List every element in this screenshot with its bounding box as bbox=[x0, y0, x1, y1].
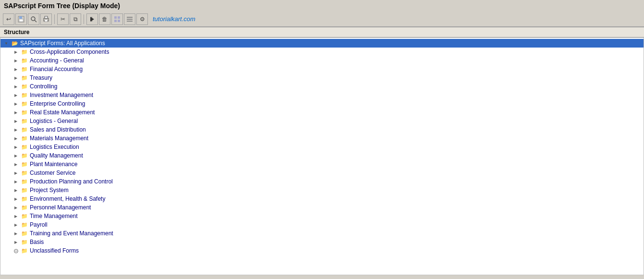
separator-1 bbox=[54, 14, 55, 24]
item-folder-icon bbox=[21, 221, 28, 229]
item-folder-icon bbox=[21, 143, 28, 151]
item-toggle[interactable] bbox=[12, 160, 20, 168]
item-folder-icon bbox=[21, 57, 28, 64]
item-folder-icon bbox=[21, 238, 28, 246]
item-toggle[interactable] bbox=[12, 126, 20, 133]
svg-point-3 bbox=[31, 17, 35, 21]
tree-item[interactable]: ⊝Unclassified Forms bbox=[0, 246, 644, 255]
item-label: Real Estate Management bbox=[30, 109, 95, 116]
svg-rect-2 bbox=[19, 19, 23, 22]
item-folder-icon bbox=[21, 126, 28, 133]
item-toggle[interactable] bbox=[12, 100, 20, 108]
item-label: Plant Maintenance bbox=[30, 161, 77, 168]
svg-rect-15 bbox=[127, 19, 133, 20]
tree-item[interactable]: Production Planning and Control bbox=[0, 177, 644, 186]
tree-item[interactable]: Investment Management bbox=[0, 91, 644, 99]
tree-item[interactable]: Time Management bbox=[0, 212, 644, 220]
item-label: Basis bbox=[30, 239, 44, 245]
tree-children: Cross-Application ComponentsAccounting -… bbox=[0, 48, 644, 255]
svg-rect-16 bbox=[127, 21, 133, 22]
item-label: Personnel Management bbox=[30, 204, 91, 211]
item-toggle[interactable] bbox=[12, 143, 20, 151]
item-label: Financial Accounting bbox=[30, 66, 83, 73]
tree-root-item[interactable]: SAPscript Forms: All Applications bbox=[0, 39, 644, 48]
copy-button[interactable]: ⧉ bbox=[70, 13, 81, 25]
item-toggle[interactable] bbox=[12, 134, 20, 142]
svg-marker-8 bbox=[90, 17, 94, 22]
print-button[interactable] bbox=[40, 13, 52, 25]
tree-item[interactable]: Basis bbox=[0, 238, 644, 246]
root-folder-icon bbox=[11, 39, 19, 47]
tree-item[interactable]: Real Estate Management bbox=[0, 108, 644, 117]
layout2-button[interactable] bbox=[124, 13, 135, 25]
item-label: Treasury bbox=[30, 74, 52, 81]
tree-area[interactable]: SAPscript Forms: All Applications Cross-… bbox=[0, 37, 644, 275]
item-toggle[interactable] bbox=[12, 48, 20, 56]
item-toggle[interactable] bbox=[12, 178, 20, 185]
item-toggle[interactable] bbox=[12, 169, 20, 177]
section-header: Structure bbox=[0, 27, 644, 37]
item-label: Logistics - General bbox=[30, 118, 78, 124]
tree-item[interactable]: Treasury bbox=[0, 73, 644, 82]
tree-item[interactable]: Environment, Health & Safety bbox=[0, 194, 644, 203]
item-toggle[interactable] bbox=[12, 83, 20, 90]
item-toggle[interactable]: ⊝ bbox=[12, 247, 20, 255]
delete-button[interactable]: 🗑 bbox=[99, 13, 110, 25]
item-toggle[interactable] bbox=[12, 57, 20, 64]
item-toggle[interactable] bbox=[12, 195, 20, 203]
title-bar: SAPscript Form Tree (Display Mode) bbox=[0, 0, 644, 12]
svg-rect-1 bbox=[19, 16, 22, 19]
save-button[interactable] bbox=[15, 13, 27, 25]
tree-item[interactable]: Personnel Management bbox=[0, 203, 644, 212]
item-toggle[interactable] bbox=[12, 204, 20, 211]
watermark: tutorialkart.com bbox=[153, 15, 195, 23]
tree-item[interactable]: Customer Service bbox=[0, 169, 644, 177]
tree-item[interactable]: Plant Maintenance bbox=[0, 160, 644, 169]
item-toggle[interactable] bbox=[12, 238, 20, 246]
root-label: SAPscript Forms: All Applications bbox=[20, 40, 105, 47]
item-toggle[interactable] bbox=[12, 65, 20, 73]
settings-button[interactable]: ⚙ bbox=[136, 13, 148, 25]
item-folder-icon bbox=[21, 48, 28, 56]
svg-rect-10 bbox=[114, 16, 117, 19]
item-toggle[interactable] bbox=[12, 212, 20, 220]
svg-rect-14 bbox=[127, 17, 133, 18]
tree-item[interactable]: Enterprise Controlling bbox=[0, 99, 644, 108]
item-toggle[interactable] bbox=[12, 74, 20, 82]
item-toggle[interactable] bbox=[12, 117, 20, 125]
item-folder-icon bbox=[21, 247, 28, 255]
tree-item[interactable]: Logistics Execution bbox=[0, 143, 644, 151]
tree-item[interactable]: Controlling bbox=[0, 82, 644, 91]
item-folder-icon bbox=[21, 83, 28, 90]
item-folder-icon bbox=[21, 204, 28, 211]
root-toggle[interactable] bbox=[2, 39, 10, 47]
tree-root: SAPscript Forms: All Applications Cross-… bbox=[0, 38, 644, 256]
cut-button[interactable]: ✂ bbox=[57, 13, 69, 25]
item-toggle[interactable] bbox=[12, 186, 20, 194]
item-label: Cross-Application Components bbox=[30, 49, 109, 55]
section-label: Structure bbox=[4, 29, 29, 36]
item-toggle[interactable] bbox=[12, 221, 20, 229]
tree-item[interactable]: Financial Accounting bbox=[0, 65, 644, 73]
item-label: Unclassified Forms bbox=[30, 247, 79, 254]
item-label: Materials Management bbox=[30, 135, 88, 142]
tree-item[interactable]: Accounting - General bbox=[0, 56, 644, 65]
item-toggle[interactable] bbox=[12, 91, 20, 99]
item-folder-icon bbox=[21, 134, 28, 142]
execute-button[interactable] bbox=[86, 13, 98, 25]
item-toggle[interactable] bbox=[12, 109, 20, 116]
tree-item[interactable]: Training and Event Management bbox=[0, 229, 644, 238]
svg-rect-11 bbox=[118, 16, 120, 19]
layout1-button[interactable] bbox=[111, 13, 123, 25]
back-button[interactable]: ↩ bbox=[3, 13, 14, 25]
tree-item[interactable]: Sales and Distribution bbox=[0, 125, 644, 134]
tree-item[interactable]: Payroll bbox=[0, 220, 644, 229]
tree-item[interactable]: Project System bbox=[0, 186, 644, 194]
tree-item[interactable]: Quality Management bbox=[0, 151, 644, 160]
find-button[interactable] bbox=[28, 13, 39, 25]
tree-item[interactable]: Cross-Application Components bbox=[0, 48, 644, 56]
tree-item[interactable]: Logistics - General bbox=[0, 117, 644, 125]
tree-item[interactable]: Materials Management bbox=[0, 134, 644, 143]
item-toggle[interactable] bbox=[12, 152, 20, 159]
item-toggle[interactable] bbox=[12, 230, 20, 237]
